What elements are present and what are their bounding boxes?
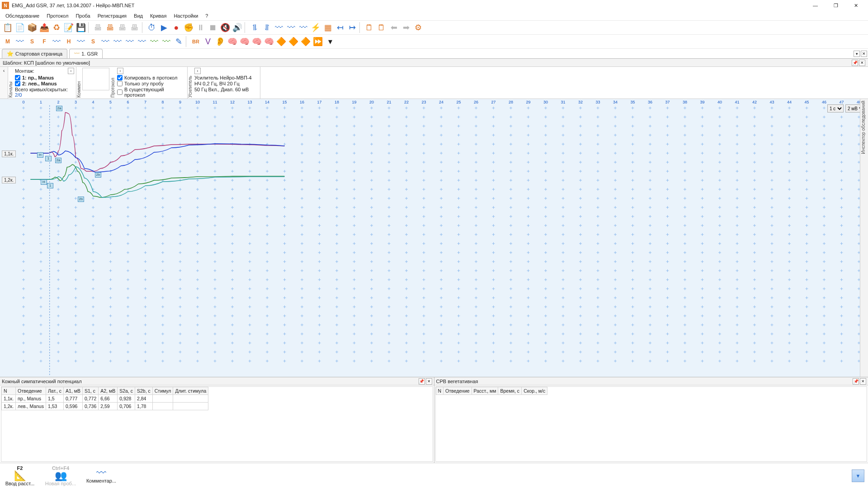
marker-2a-1[interactable]: 2a [56,106,62,111]
tb-settings[interactable]: ⚙ [412,22,424,33]
tb2-w5[interactable]: 〰 [148,36,160,47]
tb-shift-r[interactable]: ↦ [346,22,358,33]
tb-export[interactable]: 📤 [38,22,50,33]
tb-grid[interactable]: ▦ [322,22,334,33]
tb-play[interactable]: ▶ [158,22,170,33]
tb2-w7[interactable]: ✎ [173,36,184,47]
marker-2b-2[interactable]: 2b [78,197,84,202]
comment-box[interactable] [82,68,109,90]
tb-wave-4[interactable]: 〰 [285,22,297,33]
marker-1-2[interactable]: 1 [47,183,53,188]
tb-wave-5[interactable]: 〰 [297,22,309,33]
menu-trial[interactable]: Проба [72,12,94,20]
tb2-brain3[interactable]: 🧠 [251,36,263,47]
tabrow-close[interactable]: ✕ [861,51,867,57]
tb-sound[interactable]: 🔊 [231,22,243,33]
srv-table[interactable]: NОтведениеРасст., ммВремя, сСкор., м/с [436,387,548,395]
menu-view[interactable]: Вид [130,12,146,20]
tb2-w3[interactable]: 〰 [124,36,136,47]
tmpl-pin[interactable]: 📌 [852,60,858,66]
ksp-pin[interactable]: 📌 [419,378,425,385]
tb2-s2[interactable]: S [87,36,99,47]
tb-wave-2[interactable]: ⥯ [261,22,273,33]
tb-recycle[interactable]: ♻ [51,22,62,33]
menu-registration[interactable]: Регистрация [94,12,130,20]
tb2-btn2[interactable]: 🔶 [288,36,299,47]
minimize-button[interactable]: — [805,1,826,10]
maximize-button[interactable]: ❐ [826,1,846,10]
tb-stim[interactable]: ✊ [183,22,194,33]
tb-next[interactable]: ➡ [400,22,412,33]
tb-print-2[interactable]: 🖶 [104,22,116,33]
row-label-1[interactable]: 1,1к. [2,150,16,157]
tb2-s[interactable]: S [26,36,38,47]
tb-edit[interactable]: 📝 [63,22,75,33]
tb2-more[interactable]: ⏩ [312,36,324,47]
only-this-trial-check[interactable]: Только эту пробу [117,81,185,86]
tb-stop[interactable]: ⏹ [207,22,219,33]
marker-h-2[interactable]: Н [41,179,47,185]
close-button[interactable]: ✕ [846,1,866,10]
tb2-drop[interactable]: ▾ [324,36,336,47]
channel-2-check[interactable]: 2: лев., Manus [15,81,74,86]
tb2-brain1[interactable]: 🧠 [226,36,238,47]
tab-start-page[interactable]: ⭐ Стартовая страница [2,49,67,58]
tb2-btn1[interactable]: 🔶 [275,36,287,47]
marker-2b-1[interactable]: 2b [95,172,101,178]
tb2-ear1[interactable]: 👂 [214,36,226,47]
tb2-m[interactable]: M [2,36,14,47]
tb2-brain2[interactable]: 🧠 [239,36,250,47]
tb2-h[interactable]: H [63,36,75,47]
row-label-2[interactable]: 1,2к. [2,177,16,183]
ksp-close[interactable]: ✕ [426,378,432,385]
ksp-table[interactable]: NОтведениеЛат., сА1, мВS1, сA2, мВS2a, с… [1,387,208,410]
marker-h-1[interactable]: Н [37,152,43,158]
tb-print-3[interactable]: 🖶 [117,22,128,33]
channels-collapse[interactable]: ‹ [68,68,74,74]
tb-wave-6[interactable]: ⚡ [310,22,321,33]
tb2-w4[interactable]: 〰 [136,36,148,47]
channel-1-check[interactable]: 1: пр., Manus [15,75,74,80]
tb-wave-1[interactable]: ⥮ [249,22,260,33]
tb2-f[interactable]: F [38,36,50,47]
menu-settings[interactable]: Настройки [170,12,202,20]
tb2-m2[interactable]: 〰 [75,36,87,47]
action-enter-distance[interactable]: F2 📐 Ввод расст... [4,465,36,486]
tb-prev[interactable]: ⬅ [388,22,400,33]
marker-1-1[interactable]: 1 [45,156,52,161]
tb-new-exam[interactable]: 📋 [2,22,14,33]
tb2-v[interactable]: V [202,36,214,47]
tb2-s1[interactable]: 〰 [14,36,26,47]
tb-monitor[interactable]: ⏱ [146,22,158,33]
srv-pin[interactable]: 📌 [853,378,859,385]
tb-box[interactable]: 📦 [26,22,38,33]
menu-exam[interactable]: Обследование [2,12,43,20]
tb-print-1[interactable]: 🖶 [92,22,104,33]
menu-protocol[interactable]: Протокол [43,12,72,20]
panel-collapse-left[interactable]: ‹ [0,67,8,99]
protocol-collapse[interactable]: ‹ [117,68,123,74]
tb-shift-l[interactable]: ↤ [334,22,346,33]
tb2-br[interactable]: BR [190,36,202,47]
tabrow-menu[interactable]: ▾ [854,51,860,57]
waveform-chart[interactable]: 0123456789101112131415161718192021222324… [0,99,868,377]
tb-tbl-1[interactable]: 🗒 [363,22,375,33]
tab-gsr[interactable]: 〰 1. GSR [69,49,103,58]
tb-open[interactable]: 📄 [14,22,26,33]
menu-help[interactable]: ? [202,12,212,20]
tb-wave-3[interactable]: 〰 [273,22,285,33]
menu-curve[interactable]: Кривая [146,12,170,20]
tmpl-close[interactable]: ✕ [859,60,865,66]
marker-2a-1b[interactable]: 2a [55,158,61,163]
action-new-trial[interactable]: Ctrl+F4 👥 Новая проб... [44,465,77,486]
amp-collapse[interactable]: ‹ [194,68,201,74]
tb-mute[interactable]: 🔇 [219,22,231,33]
tb2-w2[interactable]: 〰 [112,36,123,47]
tb-pause[interactable]: ⏸ [195,22,207,33]
inspector-side-tab[interactable]: Инспектор обследований [860,99,868,377]
tb2-h1[interactable]: 〰 [51,36,62,47]
tb2-w6[interactable]: 〰 [160,36,172,47]
tb-save[interactable]: 💾 [75,22,87,33]
time-scale-select[interactable]: 1 с [827,104,844,113]
tb-record[interactable]: ● [170,22,182,33]
